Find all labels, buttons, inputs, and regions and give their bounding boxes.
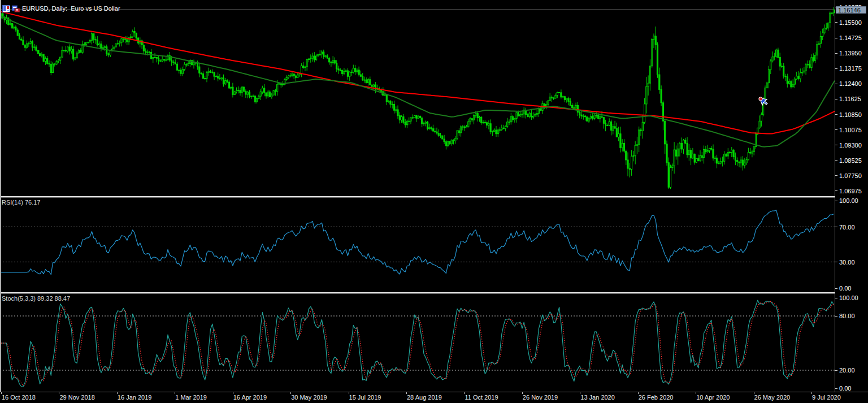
chart-left-border: [0, 0, 1, 392]
time-axis-label: 9 Jul 2020: [812, 394, 841, 401]
time-axis[interactable]: 16 Oct 201829 Nov 201816 Jan 20191 Mar 2…: [0, 392, 868, 403]
price-scale-tick-mark: [835, 145, 837, 145]
rsi-scale-tick-mark: [835, 227, 837, 227]
rsi-scale-tick-label: 30.00: [839, 259, 855, 266]
price-scale-tick-label: 1.06975: [839, 188, 862, 194]
stoch-scale-tick-label: 80.00: [839, 313, 855, 319]
stoch-scale-tick-mark: [835, 388, 837, 389]
price-scale-tick-label: 1.12400: [839, 80, 862, 87]
time-axis-label: 10 Apr 2020: [696, 394, 730, 401]
price-scale-tick-label: 1.11625: [839, 96, 861, 102]
price-scale[interactable]: 1.162751.155001.147251.139501.131751.124…: [835, 0, 868, 392]
price-scale-tick-label: 1.14725: [839, 34, 862, 41]
rsi-indicator-label: RSI(14) 76.17: [2, 199, 40, 206]
rsi-scale-tick-label: 0.00: [839, 285, 851, 292]
time-axis-label: 13 Jan 2020: [580, 394, 615, 401]
time-axis-label: 15 Jul 2019: [349, 394, 381, 401]
time-axis-label: 1 Mar 2019: [175, 394, 207, 401]
mouse-cursor-icon: [757, 96, 769, 107]
price-scale-tick-mark: [835, 129, 837, 130]
price-scale-tick-label: 1.08525: [839, 157, 862, 164]
price-scale-tick-label: 1.15500: [839, 19, 862, 26]
stoch-scale-tick-mark: [835, 298, 837, 298]
time-axis-label: 16 Oct 2018: [2, 394, 36, 401]
stoch-scale-tick-mark: [835, 316, 837, 317]
time-axis-label: 26 May 2020: [754, 394, 791, 401]
dom-panel-icon[interactable]: [2, 5, 11, 12]
price-scale-tick-label: 1.13950: [839, 50, 862, 57]
price-scale-tick-mark: [835, 38, 837, 38]
price-scale-tick-label: 1.09300: [839, 142, 862, 149]
stoch-scale-tick-mark: [835, 370, 837, 371]
price-scale-tick-mark: [835, 22, 837, 23]
time-axis-label: 16 Apr 2019: [233, 394, 267, 401]
stoch-scale-tick-label: 100.00: [839, 294, 858, 301]
price-scale-tick-mark: [835, 190, 837, 191]
time-axis-label: 30 May 2019: [291, 394, 327, 401]
rsi-chart-canvas[interactable]: [0, 198, 835, 292]
time-axis-label: 26 Feb 2020: [639, 394, 674, 401]
stoch-scale-tick-label: 20.00: [839, 367, 855, 374]
price-scale-tick-label: 1.10850: [839, 111, 862, 118]
price-scale-tick-mark: [835, 175, 837, 176]
time-axis-label: 11 Oct 2019: [465, 394, 498, 401]
chart-window: EURUSD, Daily: Euro vs US Dollar RSI(14)…: [0, 0, 868, 403]
rsi-scale-tick-mark: [835, 201, 837, 201]
price-scale-tick-mark: [835, 99, 837, 99]
one-click-trading-icon[interactable]: [12, 5, 20, 12]
stoch-chart-canvas[interactable]: [0, 294, 835, 392]
price-scale-tick-mark: [835, 114, 837, 115]
rsi-scale-tick-mark: [835, 262, 837, 262]
rsi-scale-tick-label: 100.00: [839, 197, 858, 204]
price-scale-tick-mark: [835, 68, 837, 69]
time-axis-label: 28 Aug 2019: [407, 394, 442, 401]
price-scale-tick-label: 1.13175: [839, 65, 862, 72]
price-scale-tick-label: 1.07750: [839, 172, 862, 179]
rsi-scale-tick-mark: [835, 288, 837, 289]
rsi-scale-tick-label: 70.00: [839, 224, 855, 231]
stoch-scale-tick-label: 0.00: [839, 385, 851, 392]
time-axis-label: 26 Nov 2019: [523, 394, 558, 401]
bid-price-tag: 1.16146: [836, 6, 866, 14]
symbol-title: EURUSD, Daily: Euro vs US Dollar: [22, 5, 120, 12]
price-scale-tick-mark: [835, 84, 837, 84]
price-scale-tick-mark: [835, 53, 837, 54]
price-scale-tick-label: 1.10075: [839, 127, 862, 133]
price-chart-canvas[interactable]: [0, 0, 835, 196]
time-axis-label: 16 Jan 2019: [118, 394, 152, 401]
panel-divider[interactable]: [0, 292, 868, 294]
time-axis-label: 29 Nov 2018: [59, 394, 94, 401]
stoch-indicator-label: Stoch(5,3,3) 89.32 88.47: [2, 295, 70, 302]
panel-divider[interactable]: [0, 196, 868, 198]
price-scale-tick-mark: [835, 160, 837, 161]
